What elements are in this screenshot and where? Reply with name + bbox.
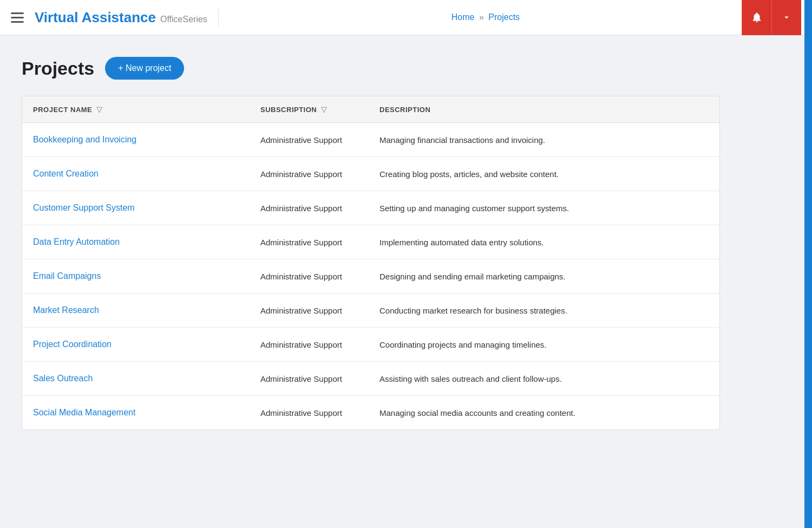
col-header-subscription: SUBSCRIPTION ▽ (250, 96, 369, 123)
project-link[interactable]: Sales Outreach (33, 374, 93, 383)
cell-subscription: Administrative Support (250, 294, 369, 328)
project-link[interactable]: Content Creation (33, 169, 99, 178)
col-header-description: DESCRIPTION (369, 96, 719, 123)
cell-description: Conducting market research for business … (369, 294, 719, 328)
cell-project-name: Email Campaigns (22, 259, 250, 294)
project-link[interactable]: Market Research (33, 305, 99, 315)
cell-description: Coordinating projects and managing timel… (369, 328, 719, 362)
project-link[interactable]: Project Coordination (33, 340, 112, 349)
cell-subscription: Administrative Support (250, 362, 369, 396)
brand: Virtual Assistance OfficeSeries (35, 9, 219, 26)
project-link[interactable]: Email Campaigns (33, 271, 101, 281)
table-row: Data Entry AutomationAdministrative Supp… (22, 225, 719, 259)
filter-icon-name[interactable]: ▽ (96, 105, 103, 114)
projects-table: PROJECT NAME ▽ SUBSCRIPTION ▽ DESCRIPTIO… (22, 96, 719, 429)
project-link[interactable]: Customer Support System (33, 203, 135, 212)
table-row: Content CreationAdministrative SupportCr… (22, 157, 719, 191)
table-row: Market ResearchAdministrative SupportCon… (22, 294, 719, 328)
breadcrumb-current[interactable]: Projects (488, 12, 520, 22)
table-row: Sales OutreachAdministrative SupportAssi… (22, 362, 719, 396)
table-row: Email CampaignsAdministrative SupportDes… (22, 259, 719, 294)
cell-project-name: Social Media Management (22, 396, 250, 430)
projects-table-container: PROJECT NAME ▽ SUBSCRIPTION ▽ DESCRIPTIO… (22, 96, 720, 430)
cell-project-name: Market Research (22, 294, 250, 328)
table-row: Social Media ManagementAdministrative Su… (22, 396, 719, 430)
table-header-row: PROJECT NAME ▽ SUBSCRIPTION ▽ DESCRIPTIO… (22, 96, 719, 123)
breadcrumb-separator: » (479, 12, 484, 22)
bell-icon (751, 11, 763, 23)
table-row: Bookkeeping and InvoicingAdministrative … (22, 123, 719, 157)
cell-project-name: Bookkeeping and Invoicing (22, 123, 250, 157)
cell-subscription: Administrative Support (250, 396, 369, 430)
notification-button[interactable] (742, 0, 771, 35)
brand-title: Virtual Assistance (35, 9, 156, 26)
cell-subscription: Administrative Support (250, 123, 369, 157)
cell-description: Designing and sending email marketing ca… (369, 259, 719, 294)
cell-description: Assisting with sales outreach and client… (369, 362, 719, 396)
project-link[interactable]: Data Entry Automation (33, 237, 120, 246)
breadcrumb: Home » Projects (230, 12, 742, 22)
hamburger-menu[interactable] (11, 12, 24, 23)
project-link[interactable]: Bookkeeping and Invoicing (33, 135, 136, 144)
table-row: Customer Support SystemAdministrative Su… (22, 191, 719, 225)
header: Virtual Assistance OfficeSeries Home » P… (0, 0, 812, 35)
page-header: Projects + New project (22, 57, 790, 80)
cell-description: Managing social media accounts and creat… (369, 396, 719, 430)
table-row: Project CoordinationAdministrative Suppo… (22, 328, 719, 362)
main-content: Projects + New project PROJECT NAME ▽ SU… (0, 35, 812, 452)
scrollbar-thumb[interactable] (804, 0, 812, 528)
cell-description: Creating blog posts, articles, and websi… (369, 157, 719, 191)
page-title: Projects (22, 58, 94, 79)
col-header-name: PROJECT NAME ▽ (22, 96, 250, 123)
scrollbar-track[interactable] (804, 0, 812, 528)
cell-project-name: Data Entry Automation (22, 225, 250, 259)
new-project-button[interactable]: + New project (105, 57, 184, 80)
cell-description: Implementing automated data entry soluti… (369, 225, 719, 259)
filter-icon-subscription[interactable]: ▽ (321, 105, 328, 114)
cell-subscription: Administrative Support (250, 157, 369, 191)
dropdown-button[interactable] (771, 0, 801, 35)
brand-subtitle: OfficeSeries (160, 15, 207, 24)
cell-subscription: Administrative Support (250, 191, 369, 225)
cell-subscription: Administrative Support (250, 225, 369, 259)
cell-project-name: Content Creation (22, 157, 250, 191)
cell-subscription: Administrative Support (250, 328, 369, 362)
cell-subscription: Administrative Support (250, 259, 369, 294)
cell-project-name: Customer Support System (22, 191, 250, 225)
breadcrumb-home[interactable]: Home (451, 12, 475, 22)
cell-project-name: Sales Outreach (22, 362, 250, 396)
project-link[interactable]: Social Media Management (33, 408, 135, 417)
header-actions (742, 0, 801, 35)
cell-description: Managing financial transactions and invo… (369, 123, 719, 157)
cell-project-name: Project Coordination (22, 328, 250, 362)
chevron-down-icon (782, 12, 791, 22)
cell-description: Setting up and managing customer support… (369, 191, 719, 225)
